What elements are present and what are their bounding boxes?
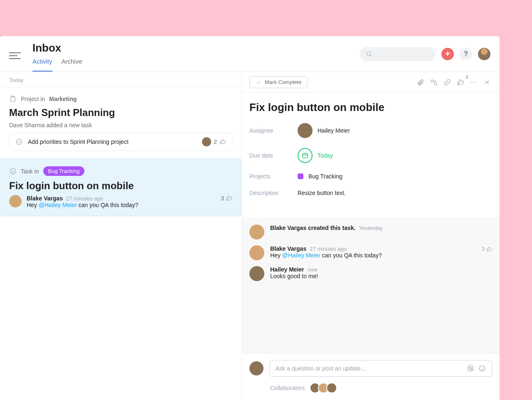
field-assignee: Assignee Hailey Meier — [249, 123, 492, 138]
meta-project: Marketing — [49, 96, 76, 102]
check-icon — [256, 79, 261, 85]
activity-avatar — [249, 225, 264, 240]
search-icon — [366, 51, 372, 57]
header-actions: + ? — [360, 47, 490, 61]
add-button[interactable]: + — [441, 48, 454, 60]
task-toolbar: Mark Complete 3 ⋯ — [242, 72, 500, 93]
card-subtitle: Dave Sharma added a new task — [9, 122, 232, 128]
emoji-icon[interactable] — [478, 365, 486, 372]
comment-placeholder: Ask a question or post an update… — [276, 365, 367, 372]
search-input[interactable] — [360, 47, 436, 61]
field-description: Description Resize button text. — [249, 190, 492, 196]
projects-label: Projects — [249, 173, 298, 180]
like-count: 3 — [221, 195, 224, 202]
assignee-value[interactable]: Hailey Meier — [298, 123, 350, 138]
inbox-card-task[interactable]: Task in Bug Tracking Fix login button on… — [0, 159, 241, 216]
attachment-icon[interactable] — [416, 77, 426, 87]
card-meta: Task in Bug Tracking — [9, 166, 232, 176]
project-color-dot — [298, 173, 303, 179]
comment-input[interactable]: Ask a question or post an update… — [269, 360, 492, 377]
task-chip-label: Add priorities to Sprint Planning projec… — [28, 138, 128, 145]
comment-preview: Blake Vargas 27 minutes ago 3 Hey @Haile… — [9, 195, 232, 208]
svg-rect-6 — [431, 80, 433, 82]
tab-archive[interactable]: Archive — [62, 58, 82, 72]
svg-rect-8 — [303, 154, 308, 158]
due-date-value[interactable]: Today — [298, 148, 333, 163]
collaborator-avatar — [326, 383, 337, 393]
meta-prefix: Task in — [21, 168, 39, 175]
inbox-card-project[interactable]: Project in Marketing March Sprint Planni… — [0, 88, 241, 159]
mention[interactable]: @Hailey Meier — [39, 202, 77, 208]
field-projects: Projects Bug Tracking — [249, 173, 492, 180]
mark-complete-button[interactable]: Mark Complete — [249, 76, 308, 88]
clipboard-icon — [9, 95, 17, 103]
app-frame: Inbox Activity Archive + ? Today Project… — [0, 36, 500, 400]
like-count: 3 — [482, 246, 485, 252]
more-icon[interactable]: ⋯ — [469, 77, 479, 87]
task-title[interactable]: Fix login button on mobile — [249, 101, 492, 114]
svg-point-5 — [10, 168, 16, 174]
activity-entry: Hailey Meier now Looks good to me! — [249, 266, 492, 281]
card-title: March Sprint Planning — [9, 107, 232, 119]
body: Today Project in Marketing March Sprint … — [0, 72, 500, 400]
subtask-icon[interactable] — [429, 77, 439, 87]
like-button[interactable]: 3 — [456, 77, 466, 87]
collaborators: Collaborators — [249, 377, 492, 393]
composer: Ask a question or post an update… — [249, 360, 492, 377]
description-value[interactable]: Resize button text. — [298, 190, 346, 196]
activity-avatar — [249, 266, 264, 281]
page-title: Inbox — [32, 42, 82, 54]
tab-activity[interactable]: Activity — [32, 58, 52, 72]
header: Inbox Activity Archive + ? — [0, 36, 500, 72]
close-icon[interactable] — [482, 77, 492, 87]
check-circle-icon — [9, 168, 17, 175]
activity-text: Blake Vargas created this task. — [270, 225, 355, 231]
svg-point-14 — [479, 365, 485, 371]
description-label: Description — [249, 190, 298, 196]
activity-likes[interactable]: 3 — [482, 246, 492, 252]
activity-entry: Blake Vargas 27 minutes ago 3 Hey @Haile… — [249, 245, 492, 260]
field-due-date: Due date Today — [249, 148, 492, 163]
thumbs-up-icon[interactable] — [219, 138, 226, 145]
thumbs-up-icon — [457, 79, 464, 86]
mark-complete-label: Mark Complete — [265, 79, 301, 85]
check-circle-icon — [15, 138, 23, 146]
projects-value[interactable]: Bug Tracking — [298, 173, 342, 180]
calendar-icon — [298, 148, 313, 163]
project-pill: Bug Tracking — [43, 166, 85, 176]
svg-rect-7 — [435, 82, 437, 84]
activity-time: now — [308, 267, 318, 273]
thumbs-up-icon — [226, 195, 232, 202]
activity-avatar — [249, 245, 264, 260]
task-detail-pane: Mark Complete 3 ⋯ Fix login button on mo… — [242, 72, 500, 400]
like-count: 3 — [466, 75, 468, 79]
activity-stream: Blake Vargas created this task. Yesterda… — [242, 217, 500, 353]
card-meta: Project in Marketing — [9, 95, 232, 103]
at-mention-icon[interactable] — [467, 365, 474, 372]
svg-point-0 — [367, 52, 371, 55]
task-main: Fix login button on mobile Assignee Hail… — [242, 93, 500, 217]
svg-point-12 — [468, 365, 473, 371]
user-avatar[interactable] — [478, 48, 490, 60]
help-button[interactable]: ? — [460, 48, 472, 60]
collaborator-avatars[interactable] — [310, 383, 337, 393]
assignee-label: Assignee — [249, 127, 298, 134]
card-title: Fix login button on mobile — [9, 180, 232, 192]
link-icon[interactable] — [442, 77, 452, 87]
comment-likes[interactable]: 3 — [221, 195, 232, 202]
task-chip[interactable]: Add priorities to Sprint Planning projec… — [9, 133, 232, 151]
activity-comment: Looks good to me! — [270, 273, 492, 279]
composer-area: Ask a question or post an update… Collab… — [242, 353, 500, 400]
svg-point-13 — [469, 367, 471, 369]
activity-author: Hailey Meier — [270, 266, 304, 273]
header-tabs: Activity Archive — [32, 58, 82, 72]
commenter-avatar — [9, 195, 22, 207]
comment-text: Hey @Hailey Meier can you QA this today? — [27, 202, 232, 208]
thumbs-up-icon — [486, 246, 492, 252]
menu-icon[interactable] — [9, 50, 21, 62]
mention[interactable]: @Hailey Meier — [282, 252, 320, 259]
activity-time: 27 minutes ago — [310, 246, 347, 252]
activity-time: Yesterday — [359, 225, 382, 231]
task-chip-right: 2 — [202, 137, 226, 146]
composer-avatar — [249, 361, 264, 375]
